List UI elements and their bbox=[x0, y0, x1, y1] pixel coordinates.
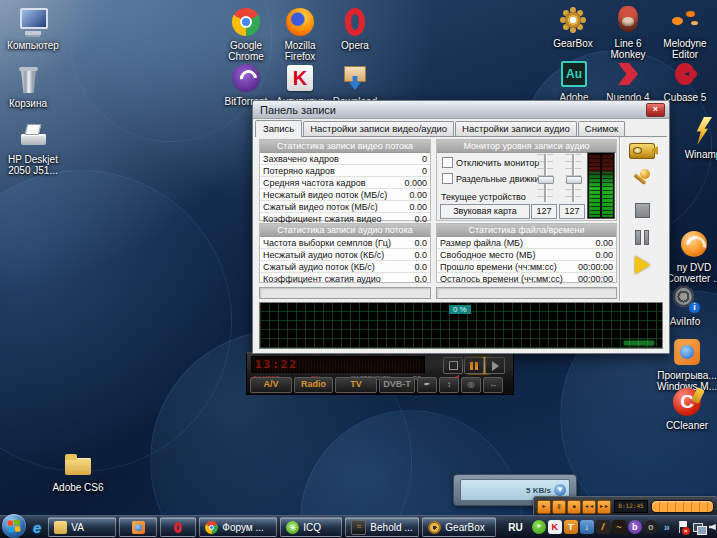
start-button[interactable] bbox=[2, 514, 26, 538]
tv-lcd-display: 13:22 bbox=[251, 356, 425, 373]
desktop-icon-adobe[interactable]: Adobe bbox=[550, 56, 598, 103]
stat-row: Несжатый видео поток (МБ/с)0.00 bbox=[260, 189, 430, 201]
desktop-icon-recycle-bin[interactable]: Корзина bbox=[4, 62, 52, 109]
tv-tv-button[interactable]: TV bbox=[335, 377, 377, 393]
desktop-icon-computer[interactable]: Компьютер bbox=[6, 4, 60, 51]
taskbar-button-opera[interactable] bbox=[160, 517, 196, 537]
kaspersky-icon bbox=[284, 62, 316, 94]
pause-record-button[interactable] bbox=[628, 225, 656, 249]
tv-av-button[interactable]: A/V bbox=[250, 377, 292, 393]
taskbar-button-wmp[interactable] bbox=[119, 517, 157, 537]
tv-dvbt-button[interactable]: DVB-T bbox=[379, 377, 415, 393]
close-button[interactable]: × bbox=[646, 103, 665, 117]
tv-updown-button[interactable]: ↔ bbox=[483, 377, 503, 393]
action-center-flag-icon[interactable] bbox=[676, 520, 690, 534]
stat-row: Коэффициент сжатия аудио0.0 bbox=[260, 273, 430, 284]
right-volume-slider[interactable] bbox=[565, 154, 581, 202]
player-play-button[interactable]: ► bbox=[537, 500, 551, 514]
kaspersky-tray-icon[interactable]: K bbox=[548, 520, 562, 534]
slider-thumb[interactable] bbox=[566, 176, 582, 184]
record-audio-button[interactable] bbox=[628, 167, 656, 191]
graph-percent-badge: 0 % bbox=[449, 305, 471, 314]
camera-icon bbox=[629, 143, 655, 159]
desktop-icon-hp-deskjet[interactable]: HP Deskjet 2050 J51... bbox=[2, 118, 64, 176]
desktop: Компьютер Корзина HP Deskjet 2050 J51...… bbox=[0, 0, 717, 538]
speaker-icon[interactable]: ) bbox=[708, 520, 717, 534]
tab-audio-settings[interactable]: Настройки записи аудио bbox=[455, 121, 577, 136]
stop-record-button[interactable] bbox=[628, 198, 656, 222]
taskbar-button-icq[interactable]: ✳ ICQ bbox=[280, 517, 342, 537]
checkbox-icon[interactable] bbox=[442, 157, 453, 168]
desktop-icon-any-dvd[interactable]: ny DVD Converter ... bbox=[666, 226, 717, 284]
icq-tray-icon[interactable]: * bbox=[532, 520, 546, 534]
play-icon bbox=[635, 256, 650, 274]
taskbar-button-behold[interactable]: ≈ Behold ... bbox=[345, 517, 419, 537]
ring-tray-icon[interactable]: o bbox=[644, 520, 658, 534]
slider-thumb[interactable] bbox=[538, 176, 554, 184]
desktop-icon-ccleaner[interactable]: CCleaner bbox=[660, 384, 714, 431]
taskbar-button-gearbox[interactable]: GearBox bbox=[422, 517, 496, 537]
agent-tray-icon[interactable]: ↓ bbox=[580, 520, 594, 534]
download-box-tray-icon[interactable]: T bbox=[564, 520, 578, 534]
stat-row: Прошло времени (чч:мм:сс)00:00:00 bbox=[437, 261, 616, 273]
tv-radio-button[interactable]: Radio bbox=[294, 377, 333, 393]
tab-snapshot[interactable]: Снимок bbox=[578, 121, 625, 136]
folder-icon bbox=[54, 521, 67, 534]
device-field[interactable]: Звуковая карта bbox=[440, 204, 530, 219]
tv-pause-button[interactable] bbox=[464, 357, 484, 374]
desktop-icon-opera[interactable]: Opera bbox=[330, 4, 380, 51]
chrome-icon bbox=[230, 6, 262, 38]
stat-row: Потеряно кадров0 bbox=[260, 165, 430, 177]
taskbar-button-forum[interactable]: Форум ... bbox=[199, 517, 277, 537]
network-icon[interactable] bbox=[692, 520, 706, 534]
tab-video-audio-settings[interactable]: Настройки записи видео/аудио bbox=[303, 121, 454, 136]
swirl-tray-icon[interactable]: ~ bbox=[612, 520, 626, 534]
desktop-icon-adobe-cs6[interactable]: Adobe CS6 bbox=[48, 446, 108, 493]
left-level-field[interactable]: 127 bbox=[531, 204, 557, 219]
tv-clock: 13:22 bbox=[255, 358, 298, 371]
right-level-field[interactable]: 127 bbox=[559, 204, 585, 219]
play-button[interactable] bbox=[628, 253, 656, 277]
disable-monitor-checkbox[interactable]: Отключить монитор bbox=[442, 157, 539, 168]
tv-tuner-app: 13:22 DK MONO PAL MACROVISION RO VOL A/V… bbox=[246, 352, 514, 395]
desktop-icon-nuendo[interactable]: Nuendo 4 bbox=[604, 56, 652, 103]
player-next-button[interactable]: ►► bbox=[597, 500, 611, 514]
checkbox-icon[interactable] bbox=[442, 173, 453, 184]
desktop-icon-google-chrome[interactable]: Google Chrome bbox=[222, 4, 270, 62]
audio-stats-group: Статистика записи аудио потока Частота в… bbox=[259, 223, 431, 283]
blue-pair-tray-icon[interactable]: » bbox=[660, 520, 674, 534]
stat-row: Размер файла (МБ)0.00 bbox=[437, 237, 616, 249]
ie-quicklaunch-icon[interactable]: e bbox=[33, 519, 41, 536]
tv-scheduler-button[interactable]: ◎ bbox=[461, 377, 481, 393]
desktop-icon-line6-monkey[interactable]: Line 6 Monkey bbox=[603, 2, 653, 60]
desktop-icon-gearbox[interactable]: GearBox bbox=[549, 2, 597, 49]
tab-record[interactable]: Запись bbox=[255, 120, 302, 137]
video-stats-group: Статистика записи видео потока Захвачено… bbox=[259, 139, 431, 221]
download-speed-value: 5 KB/s bbox=[526, 486, 551, 495]
tv-stop-button[interactable] bbox=[443, 357, 463, 374]
gear-icon bbox=[428, 521, 441, 534]
dialog-titlebar[interactable]: Панель записи × bbox=[253, 101, 669, 119]
dialog-title: Панель записи bbox=[260, 104, 646, 116]
tv-settings-button[interactable]: ✒ bbox=[417, 377, 437, 393]
windows-logo-icon bbox=[7, 519, 21, 533]
record-video-button[interactable] bbox=[628, 139, 656, 163]
tv-play-button[interactable] bbox=[485, 357, 505, 374]
player-progress-bar[interactable] bbox=[651, 500, 714, 513]
tv-channels-button[interactable]: ↕ bbox=[439, 377, 459, 393]
player-stop-button[interactable]: ■ bbox=[567, 500, 581, 514]
split-sliders-checkbox[interactable]: Раздельные движки bbox=[442, 173, 539, 184]
player-prev-button[interactable]: ◄◄ bbox=[582, 500, 596, 514]
desktop-icon-cubase[interactable]: Cubase 5 bbox=[658, 56, 712, 103]
player-pause-button[interactable]: || bbox=[552, 500, 566, 514]
pencil-tray-icon[interactable]: / bbox=[596, 520, 610, 534]
folder-icon bbox=[62, 448, 94, 480]
bittorrent-tray-icon[interactable]: b bbox=[628, 520, 642, 534]
desktop-icon-winamp[interactable]: Winamp bbox=[678, 113, 717, 160]
taskbar-button-va[interactable]: VA bbox=[48, 517, 116, 537]
desktop-icon-melodyne[interactable]: Melodyne Editor bbox=[658, 2, 712, 60]
wallpaper-circle bbox=[0, 170, 232, 472]
desktop-icon-mozilla-firefox[interactable]: Mozilla Firefox bbox=[276, 4, 324, 62]
language-indicator[interactable]: RU bbox=[508, 522, 522, 533]
left-volume-slider[interactable] bbox=[537, 154, 553, 202]
